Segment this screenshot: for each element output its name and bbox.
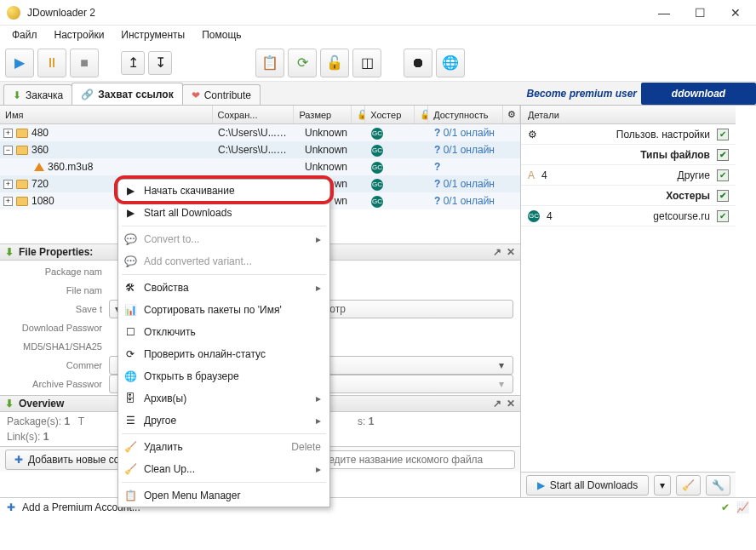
window-title: JDownloader 2 xyxy=(27,7,654,19)
row-name: 1080 xyxy=(32,195,54,207)
start-all-button[interactable]: ▶Start all Downloads xyxy=(526,475,649,496)
cm-delete[interactable]: 🧹УдалитьDelete xyxy=(118,436,329,458)
promo-brand: ddownload xyxy=(641,83,756,105)
row-size: Unknown xyxy=(295,161,352,173)
add-premium-icon: ✚ xyxy=(7,501,15,513)
file-types-checkbox[interactable]: ✔ xyxy=(717,149,729,161)
col-name[interactable]: Имя xyxy=(0,106,213,123)
label-dl-password: Download Passwor xyxy=(0,323,109,333)
col-hoster[interactable]: Хостер xyxy=(365,106,415,123)
hosters-section: Хостеры ✔ xyxy=(521,186,736,206)
bottom-bar-right: ▶Start all Downloads ▾ 🧹 🔧 xyxy=(521,472,736,497)
menu-bar: Файл Настройки Инструменты Помощь xyxy=(0,26,756,44)
context-menu: ▶Начать скачивание ▶Start all Downloads … xyxy=(117,179,330,507)
refresh-button[interactable]: ⟳ xyxy=(288,49,317,77)
tab-bar: ⬇Закачка 🔗Захват ссылок ❤Contribute Beco… xyxy=(0,82,756,106)
package-icon xyxy=(16,129,28,138)
cm-cleanup[interactable]: 🧹Clean Up...▸ xyxy=(118,458,329,480)
cleanup-button[interactable]: 🧹 xyxy=(676,475,701,496)
promo-banner[interactable]: Become premium user ddownload xyxy=(527,83,756,105)
table-row[interactable]: −360C:\Users\U... [1]UnknownGC? 0/1 онла… xyxy=(0,141,520,158)
disable-icon: ☐ xyxy=(123,326,137,338)
maximize-button[interactable]: ☐ xyxy=(690,6,710,20)
table-row[interactable]: +480C:\Users\U... [1]UnknownGC? 0/1 онла… xyxy=(0,124,520,141)
row-hoster: GC xyxy=(366,126,415,140)
grid-header: Имя Сохран... Размер 🔒 Хостер 🔒 Доступно… xyxy=(0,106,520,124)
delete-icon: 🧹 xyxy=(123,441,137,453)
cm-add-variant[interactable]: 💬Add converted variant... xyxy=(118,250,329,272)
hosters-checkbox[interactable]: ✔ xyxy=(717,190,729,202)
expand-icon[interactable]: + xyxy=(3,129,13,138)
record-button[interactable]: ⏺ xyxy=(404,49,432,77)
cm-start-download[interactable]: ▶Начать скачивание xyxy=(118,180,329,202)
menu-settings[interactable]: Настройки xyxy=(48,27,112,43)
arrow-up-button[interactable]: ↥ xyxy=(121,51,145,75)
expand-icon[interactable]: − xyxy=(3,146,13,155)
menu-file[interactable]: Файл xyxy=(5,27,44,43)
gear-icon: ⚙ xyxy=(528,129,537,140)
search-input[interactable] xyxy=(311,450,515,469)
hoster-gc-label: getcourse.ru xyxy=(559,210,710,222)
overview-close-icon[interactable]: ✕ xyxy=(507,398,515,410)
settings-button[interactable]: 🔧 xyxy=(706,475,730,496)
convert-icon: 💬 xyxy=(123,233,137,245)
cm-convert[interactable]: 💬Convert to...▸ xyxy=(118,228,329,250)
filter-other-checkbox[interactable]: ✔ xyxy=(717,169,729,181)
menu-tools[interactable]: Инструменты xyxy=(114,27,192,43)
cleanup-icon: 🧹 xyxy=(123,463,137,475)
row-avail: ? 0/1 онлайн xyxy=(429,178,504,190)
cm-sort[interactable]: 📊Сортировать пакеты по 'Имя' xyxy=(118,299,329,321)
user-settings-checkbox[interactable]: ✔ xyxy=(717,129,729,140)
cm-other[interactable]: ☰Другое▸ xyxy=(118,410,329,432)
col-save[interactable]: Сохран... xyxy=(213,106,295,123)
tab-download[interactable]: ⬇Закачка xyxy=(3,84,72,105)
expand-icon[interactable]: + xyxy=(3,180,13,189)
arrow-down-button[interactable]: ↧ xyxy=(148,51,172,75)
lock-button[interactable]: 🔓 xyxy=(320,49,349,77)
cm-archive[interactable]: 🗄Архив(ы)▸ xyxy=(118,387,329,410)
overview-detach-icon[interactable]: ↗ xyxy=(493,398,501,410)
table-row[interactable]: 360.m3u8 UnknownGC? xyxy=(0,158,520,175)
cm-start-all[interactable]: ▶Start all Downloads xyxy=(118,202,329,224)
clipboard-button[interactable]: 📋 xyxy=(255,49,284,77)
pause-button[interactable]: ⏸ xyxy=(37,49,66,77)
hoster-gc-checkbox[interactable]: ✔ xyxy=(717,210,729,222)
filter-other-row[interactable]: A 4 Другие ✔ xyxy=(521,165,736,186)
status-ok-icon: ✔ xyxy=(721,501,730,513)
cm-open-browser[interactable]: 🌐Открыть в браузере xyxy=(118,365,329,387)
play-all-icon: ▶ xyxy=(123,207,137,219)
close-button[interactable]: ✕ xyxy=(725,6,746,20)
play-button[interactable]: ▶ xyxy=(5,49,34,77)
hoster-icon: GC xyxy=(528,210,540,222)
globe-button[interactable]: 🌐 xyxy=(436,49,465,77)
package-icon xyxy=(16,180,28,189)
split-button[interactable]: ◫ xyxy=(352,49,381,77)
overview-title: Overview xyxy=(19,398,64,410)
expand-icon[interactable]: + xyxy=(3,197,13,206)
minimize-button[interactable]: — xyxy=(654,6,674,20)
details-header: Детали xyxy=(521,106,736,124)
panel-detach-icon[interactable]: ↗ xyxy=(493,246,501,258)
status-graph-icon[interactable]: 📈 xyxy=(736,501,749,513)
col-gear-icon[interactable]: ⚙ xyxy=(503,106,520,123)
cm-check-status[interactable]: ⟳Проверить онлайн-статус xyxy=(118,343,329,365)
col-avail[interactable]: Доступность xyxy=(428,106,503,123)
hoster-gc-row[interactable]: GC 4 getcourse.ru ✔ xyxy=(521,206,736,226)
row-size: Unknown xyxy=(295,144,352,156)
file-types-section: Типы файлов ✔ xyxy=(521,145,736,165)
tab-contribute[interactable]: ❤Contribute xyxy=(182,84,261,105)
stop-button[interactable]: ■ xyxy=(70,49,99,77)
panel-close-icon[interactable]: ✕ xyxy=(507,246,515,258)
cm-menu-manager[interactable]: 📋Open Menu Manager xyxy=(118,484,329,507)
menu-help[interactable]: Помощь xyxy=(195,27,248,43)
user-settings-row[interactable]: ⚙ Пользов. настройки ✔ xyxy=(521,124,736,145)
toolbar: ▶ ⏸ ■ ↥ ↧ 📋 ⟳ 🔓 ◫ ⏺ 🌐 xyxy=(0,44,756,82)
cm-disable[interactable]: ☐Отключить xyxy=(118,321,329,343)
start-all-dropdown[interactable]: ▾ xyxy=(654,475,671,496)
col-size[interactable]: Размер xyxy=(294,106,352,123)
tab-linkgrabber[interactable]: 🔗Захват ссылок xyxy=(72,83,182,105)
filter-other-label: Другие xyxy=(554,169,710,181)
row-avail: ? 0/1 онлайн xyxy=(429,127,504,139)
cm-properties[interactable]: 🛠Свойства▸ xyxy=(118,277,329,299)
variant-icon: 💬 xyxy=(123,255,137,267)
